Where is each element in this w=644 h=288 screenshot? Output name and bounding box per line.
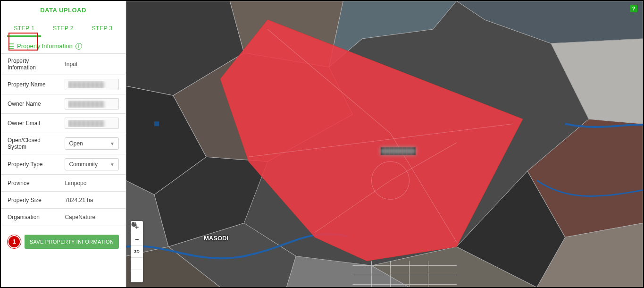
help-icon[interactable]: ? — [630, 5, 637, 12]
tilt-button[interactable]: 3D — [131, 246, 143, 258]
info-icon[interactable]: i — [75, 43, 82, 50]
value-org: CapeNature — [58, 209, 125, 226]
rotate-button[interactable] — [131, 258, 143, 270]
print-button[interactable] — [131, 270, 143, 282]
owner-name-field[interactable] — [65, 98, 119, 110]
section-header-label: Property Information — [17, 42, 73, 50]
page-title: DATA UPLOAD — [1, 1, 125, 18]
map-place-label: MASODI — [204, 235, 228, 242]
label-owner-name: Owner Name — [1, 94, 58, 114]
chevron-down-icon: ▼ — [110, 162, 115, 167]
property-type-select[interactable]: Community ▼ — [65, 158, 119, 170]
table-row: Owner Email — [1, 114, 125, 133]
zoom-out-button[interactable]: − — [131, 233, 143, 246]
label-owner-email: Owner Email — [1, 114, 58, 133]
owner-email-field[interactable] — [65, 118, 119, 129]
sidebar: DATA UPLOAD STEP 1 STEP 2 STEP 3 Propert… — [1, 1, 126, 287]
label-property-type: Property Type — [1, 154, 58, 175]
step-tabs: STEP 1 STEP 2 STEP 3 — [1, 18, 125, 37]
table-row: Owner Name — [1, 94, 125, 114]
tab-step-2[interactable]: STEP 2 — [46, 21, 80, 37]
table-row: Property Name — [1, 75, 125, 94]
label-org: Organisation — [1, 209, 58, 226]
form-col-input: Input — [58, 54, 125, 75]
system-select-value: Open — [69, 140, 83, 147]
print-icon — [131, 221, 137, 228]
table-row: Property Size 7824.21 ha — [1, 192, 125, 209]
save-button[interactable]: SAVE PROPERTY INFORMATION — [25, 235, 119, 249]
map-controls: + − 3D — [131, 221, 143, 282]
step-badge: 1 — [8, 235, 21, 248]
property-form: Property Information Input Property Name… — [1, 53, 125, 226]
section-header: Property Information i — [1, 37, 125, 53]
form-col-label: Property Information — [1, 54, 58, 75]
label-system: Open/Closed System — [1, 133, 58, 154]
svg-rect-23 — [154, 121, 159, 126]
table-row: Organisation CapeNature — [1, 209, 125, 226]
system-select[interactable]: Open ▼ — [65, 137, 119, 150]
table-row: Open/Closed System Open ▼ — [1, 133, 125, 154]
map-svg — [126, 1, 643, 287]
label-size: Property Size — [1, 192, 58, 209]
property-type-select-value: Community — [69, 161, 98, 168]
value-size: 7824.21 ha — [58, 192, 125, 209]
chevron-down-icon: ▼ — [110, 141, 115, 146]
tab-step-1[interactable]: STEP 1 — [7, 21, 41, 37]
label-property-name: Property Name — [1, 75, 58, 94]
tab-step-3[interactable]: STEP 3 — [85, 21, 119, 37]
table-row: Province Limpopo — [1, 175, 125, 192]
value-province: Limpopo — [58, 175, 125, 192]
property-name-field[interactable] — [65, 79, 119, 90]
list-icon — [8, 43, 14, 49]
map-canvas[interactable]: ? MASODI ████████ + − 3D — [126, 1, 643, 287]
label-province: Province — [1, 175, 58, 192]
map-center-label: ████████ — [381, 147, 416, 154]
table-row: Property Type Community ▼ — [1, 154, 125, 175]
